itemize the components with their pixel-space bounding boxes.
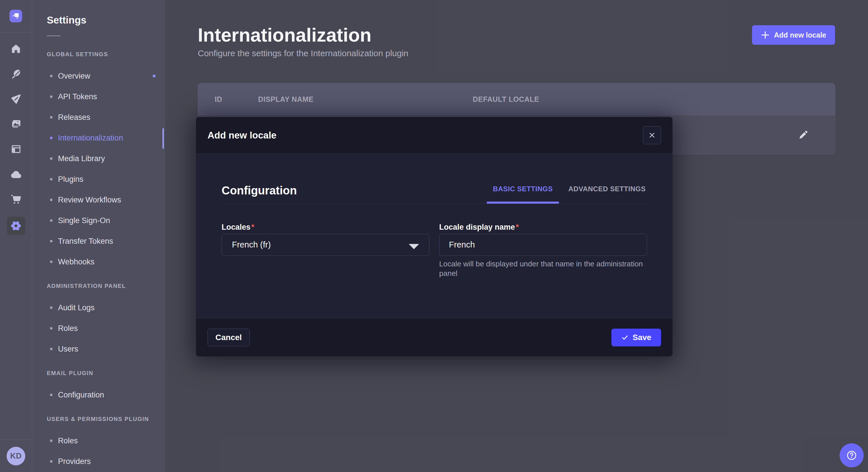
cancel-button[interactable]: Cancel (208, 329, 250, 346)
label-text: Locales (222, 223, 251, 231)
tabs-divider (222, 204, 647, 204)
locales-label: Locales* (222, 222, 254, 233)
x-icon (649, 132, 655, 138)
configuration-heading: Configuration (222, 182, 297, 198)
label-text: Locale display name (439, 223, 515, 231)
locales-select-value: French (fr) (232, 240, 271, 249)
modal-footer: Cancel Save (196, 318, 673, 357)
check-icon (621, 334, 629, 341)
required-asterisk: * (515, 223, 519, 231)
display-name-input[interactable]: French (439, 234, 647, 256)
modal-header: Add new locale (196, 117, 673, 154)
save-label: Save (632, 333, 651, 342)
required-asterisk: * (251, 223, 255, 231)
chevron-down-icon (407, 239, 421, 252)
display-name-value: French (449, 240, 475, 249)
save-button[interactable]: Save (611, 329, 661, 346)
add-locale-modal: Add new locale Configuration BASIC SETTI… (196, 117, 673, 357)
modal-title: Add new locale (208, 130, 276, 141)
display-name-helper: Locale will be displayed under that name… (439, 259, 657, 278)
modal-body: Configuration BASIC SETTINGS ADVANCED SE… (196, 154, 673, 318)
display-name-label: Locale display name* (439, 222, 519, 233)
close-button[interactable] (643, 126, 661, 144)
tab-basic-settings[interactable]: BASIC SETTINGS (487, 178, 559, 204)
locales-select[interactable]: French (fr) (222, 234, 429, 256)
tab-advanced-settings[interactable]: ADVANCED SETTINGS (559, 178, 655, 204)
